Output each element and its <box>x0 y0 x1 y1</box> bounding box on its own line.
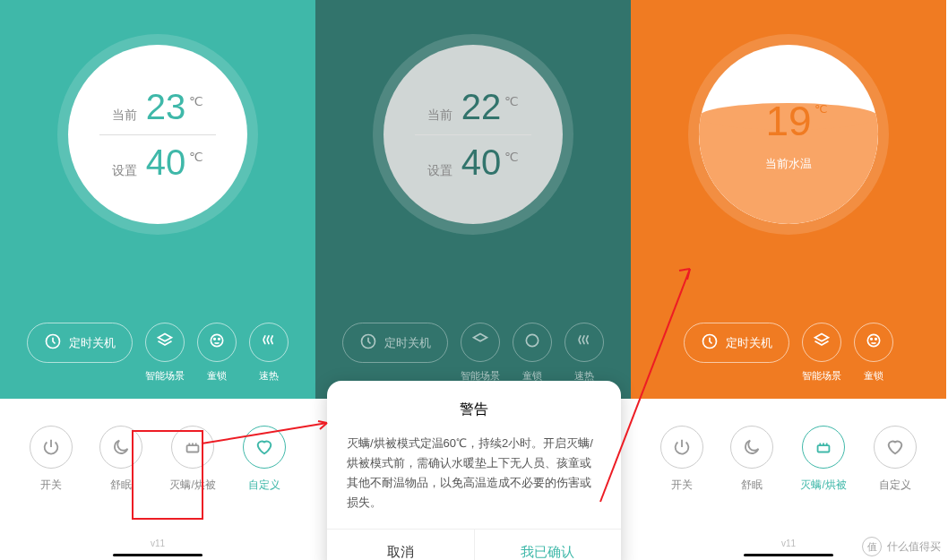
annotation-arrow-2 <box>591 260 699 511</box>
current-value: 22 <box>461 87 502 127</box>
quick-button-row: 定时关机 智能场景 童锁 <box>666 323 911 383</box>
svg-point-8 <box>867 334 879 346</box>
annotation-arrow-1 <box>197 412 340 466</box>
current-label: 当前 <box>427 108 452 124</box>
power-icon <box>41 437 61 457</box>
heart-icon <box>885 437 905 457</box>
smart-scene-label: 智能场景 <box>802 369 841 383</box>
child-lock-button[interactable]: 童锁 <box>197 323 237 383</box>
rapid-heat-button[interactable]: 速热 <box>249 323 289 383</box>
set-temp-row: 设置 40 ℃ <box>427 135 520 190</box>
dialog-buttons: 取消 我已确认 <box>327 529 621 560</box>
mode-dry[interactable]: 灭螨/烘被 <box>800 426 846 493</box>
upper-panel: 当前 23 ℃ 设置 40 ℃ 定时关机 智能场景 童锁 <box>0 0 315 399</box>
heat-icon <box>260 332 278 353</box>
clock-icon <box>359 332 377 353</box>
quick-button-row-dim: 定时关机 智能场景 童锁 速热 <box>324 323 622 383</box>
moon-icon <box>742 437 762 457</box>
set-unit: ℃ <box>189 150 203 164</box>
temp-display-circle: 当前 23 ℃ 设置 40 ℃ <box>68 45 247 224</box>
layers-icon <box>813 332 831 353</box>
child-lock-icon <box>865 332 883 353</box>
dialog-cancel-button[interactable]: 取消 <box>327 530 475 560</box>
heat-icon <box>575 332 593 353</box>
svg-point-2 <box>214 339 216 340</box>
child-lock-icon <box>523 332 541 353</box>
rapid-heat-label: 速热 <box>259 369 279 383</box>
water-temp-label: 当前水温 <box>765 156 812 172</box>
clock-icon <box>701 332 719 353</box>
timer-label: 定时关机 <box>726 335 772 351</box>
child-lock-button: 童锁 <box>513 323 552 383</box>
version-label: v11 <box>0 538 315 548</box>
water-temp-num: 19 <box>765 98 811 144</box>
mode-custom[interactable]: 自定义 <box>874 426 917 493</box>
mode-custom-label: 自定义 <box>879 478 911 493</box>
child-lock-label: 童锁 <box>207 369 227 383</box>
water-temp-unit: ℃ <box>814 102 828 116</box>
clock-icon <box>44 332 62 353</box>
child-lock-icon <box>208 332 226 353</box>
svg-point-3 <box>219 339 220 340</box>
current-temp-row: 当前 23 ℃ <box>112 80 204 134</box>
set-unit: ℃ <box>504 150 519 164</box>
quick-button-row: 定时关机 智能场景 童锁 速热 <box>9 323 306 383</box>
mode-sleep-label: 舒眠 <box>741 478 763 493</box>
mode-power-label: 开关 <box>40 478 62 493</box>
svg-point-1 <box>211 334 222 346</box>
temp-display-circle-dim: 当前 22 ℃ 设置 40 ℃ <box>384 45 563 224</box>
child-lock-label: 童锁 <box>864 369 883 383</box>
layers-icon <box>156 332 174 353</box>
svg-point-9 <box>871 339 873 340</box>
svg-rect-11 <box>818 445 830 452</box>
water-temp-circle: 19℃ 当前水温 <box>699 45 878 224</box>
water-temp-value: 19℃ <box>765 97 811 145</box>
svg-point-6 <box>526 334 538 346</box>
mode-custom-label: 自定义 <box>248 478 280 493</box>
watermark-text: 什么值得买 <box>887 539 941 555</box>
current-unit: ℃ <box>189 94 203 108</box>
mode-sleep-label: 舒眠 <box>110 478 132 493</box>
watermark-badge: 值 <box>862 537 882 556</box>
layers-icon <box>471 332 489 353</box>
current-temp-row: 当前 22 ℃ <box>427 80 520 134</box>
timer-label: 定时关机 <box>69 335 116 351</box>
home-indicator <box>113 554 203 556</box>
mode-power[interactable]: 开关 <box>30 426 73 493</box>
smart-scene-label: 智能场景 <box>145 369 185 383</box>
set-label: 设置 <box>427 163 452 179</box>
current-value: 23 <box>146 87 186 127</box>
dialog-body: 灭螨/烘被模式定温60℃，持续2小时。开启灭螨/烘被模式前，需确认水暖垫上下无人… <box>327 434 621 529</box>
timer-off-button: 定时关机 <box>342 323 448 363</box>
set-value: 40 <box>146 142 186 183</box>
current-unit: ℃ <box>504 94 519 108</box>
home-indicator <box>744 554 833 556</box>
smart-scene-button: 智能场景 <box>461 323 500 383</box>
set-value: 40 <box>461 142 502 183</box>
dialog-confirm-button[interactable]: 我已确认 <box>475 530 622 560</box>
set-temp-row: 设置 40 ℃ <box>112 135 204 190</box>
svg-point-10 <box>875 339 877 340</box>
upper-panel-dim: 当前 22 ℃ 设置 40 ℃ 定时关机 智能场景 童锁 速热 <box>315 0 631 399</box>
dialog-title: 警告 <box>327 401 621 419</box>
timer-off-button[interactable]: 定时关机 <box>684 323 789 363</box>
smart-scene-button[interactable]: 智能场景 <box>145 323 185 383</box>
mode-sleep[interactable]: 舒眠 <box>730 426 773 493</box>
watermark: 值 什么值得买 <box>862 537 941 556</box>
warning-dialog: 警告 灭螨/烘被模式定温60℃，持续2小时。开启灭螨/烘被模式前，需确认水暖垫上… <box>327 381 621 560</box>
current-label: 当前 <box>112 108 137 124</box>
annotation-box-dry-mode <box>132 430 203 520</box>
moon-icon <box>111 437 131 457</box>
smart-scene-button[interactable]: 智能场景 <box>802 323 841 383</box>
set-label: 设置 <box>112 163 137 179</box>
child-lock-button[interactable]: 童锁 <box>854 323 893 383</box>
dry-icon <box>814 437 833 457</box>
timer-label: 定时关机 <box>384 335 431 351</box>
mode-dry-label: 灭螨/烘被 <box>800 478 846 493</box>
timer-off-button[interactable]: 定时关机 <box>27 323 133 363</box>
